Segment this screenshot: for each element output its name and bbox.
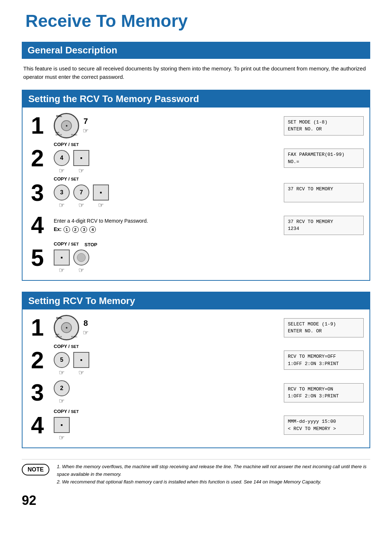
copy-set-btn-step3: ▪ ☞ <box>93 185 109 209</box>
step1-number: 1 <box>28 112 46 139</box>
step3-screen: 37 RCV TO MEMORY <box>284 183 364 202</box>
general-description-text: This feature is used to secure all recei… <box>22 65 370 81</box>
key-2-s2step3: 2 ☞ <box>54 380 70 405</box>
page-title: Receive To Memory <box>22 11 370 31</box>
s2-step4-row: 4 COPY / SET ▪ ☞ MMM-dd-yyyy 15:00 < RCV… <box>28 409 364 442</box>
s2-step3-screen: RCV TO MEMORY=ON 1:OFF 2:ON 3:PRINT <box>284 383 364 402</box>
s2-step4-number: 4 <box>28 412 46 439</box>
step3-copyset-label: COPY / SET <box>54 176 79 182</box>
general-description-header: General Description <box>22 42 370 59</box>
key-3-step3: 3 ☞ <box>54 185 70 209</box>
step5-copyset-label: COPY / SET <box>54 241 79 247</box>
step3-number: 3 <box>28 179 46 206</box>
s2-step3-row: 3 2 ☞ RCV TO MEMORY=ON 1:OFF 2:ON 3:PRIN… <box>28 378 364 407</box>
step5-row: 5 COPY / SET STOP ▪ ☞ <box>28 241 364 274</box>
s2-dial-control-step1: ★ DIAL DIRSRCH FUNC <box>54 315 79 340</box>
step2-copyset-label: COPY / SET <box>54 142 79 147</box>
s2-step2-screen: RCV TO MEMORY=OFF 1:OFF 2:ON 3:PRINT <box>284 351 364 370</box>
step5-number: 5 <box>28 244 46 271</box>
s2-step2-number: 2 <box>28 347 46 374</box>
s2-step3-number: 3 <box>28 379 46 406</box>
copy-set-btn-step5: ▪ ☞ <box>54 250 70 274</box>
step4-example: Ex: 1 2 3 4 <box>54 226 148 233</box>
step4-row: 4 Enter a 4-digit RCV to Memory Password… <box>28 211 364 240</box>
step5-stop-label: STOP <box>85 242 97 247</box>
s2-step2-copyset-label: COPY / SET <box>54 344 79 349</box>
s2-step1-number: 1 <box>28 314 46 341</box>
dial-control-step1: ★ DIAL DIRSRCH FUNC <box>54 113 79 138</box>
s2-step4-screen: MMM-dd-yyyy 15:00 < RCV TO MEMORY > <box>284 416 364 435</box>
key-4-step2: 4 ☞ <box>54 150 70 175</box>
page-number: 92 <box>22 493 370 508</box>
s2-step2-row: 2 COPY / SET 5 ☞ ▪ ☞ <box>28 344 364 377</box>
copy-set-btn-step2: ▪ ☞ <box>73 150 89 175</box>
section2-header: Setting RCV To Memory <box>23 292 369 309</box>
key-7-step3: 7 ☞ <box>73 185 89 209</box>
note-section: NOTE 1. When the memory overflows, the m… <box>22 459 370 486</box>
key-8-s2step1: 8 ☞ <box>83 319 89 337</box>
copy-set-btn-s2step2: ▪ ☞ <box>73 352 89 377</box>
copy-set-btn-s2step4: ▪ ☞ <box>54 417 70 442</box>
note-text: 1. When the memory overflows, the machin… <box>57 463 370 486</box>
section2-setting-rcv: Setting RCV To Memory 1 ★ DIAL DIRSRCH F… <box>22 292 370 448</box>
note-badge: NOTE <box>22 464 49 475</box>
step1-screen: SET MODE (1-8) ENTER NO. OR <box>284 116 364 135</box>
step4-instruction: Enter a 4-digit RCV to Memory Password. <box>54 218 148 225</box>
step3-row: 3 COPY / SET 3 ☞ 7 ☞ ▪ <box>28 176 364 209</box>
s2-step1-screen: SELECT MODE (1-9) ENTER NO. OR <box>284 318 364 337</box>
step4-screen: 37 RCV TO MEMORY 1234 <box>284 216 364 235</box>
s2-step1-row: 1 ★ DIAL DIRSRCH FUNC 8 ☞ <box>28 313 364 342</box>
step2-screen: FAX PARAMETER(01-99) NO.= <box>284 149 364 168</box>
key-7-step1: 7 ☞ <box>83 117 89 135</box>
section1-header: Setting the RCV To Memory Password <box>23 90 369 108</box>
step2-row: 2 COPY / SET 4 ☞ ▪ ☞ <box>28 142 364 175</box>
step1-row: 1 ★ DIAL DIRSRCH FUNC 7 ☞ <box>28 111 364 140</box>
step4-number: 4 <box>28 212 46 239</box>
key-5-s2step2: 5 ☞ <box>54 352 70 377</box>
step2-number: 2 <box>28 145 46 172</box>
section1-setting-password: Setting the RCV To Memory Password 1 ★ D… <box>22 90 370 281</box>
s2-step4-copyset-label: COPY / SET <box>54 409 79 414</box>
stop-btn-step5: ☞ <box>73 250 89 274</box>
